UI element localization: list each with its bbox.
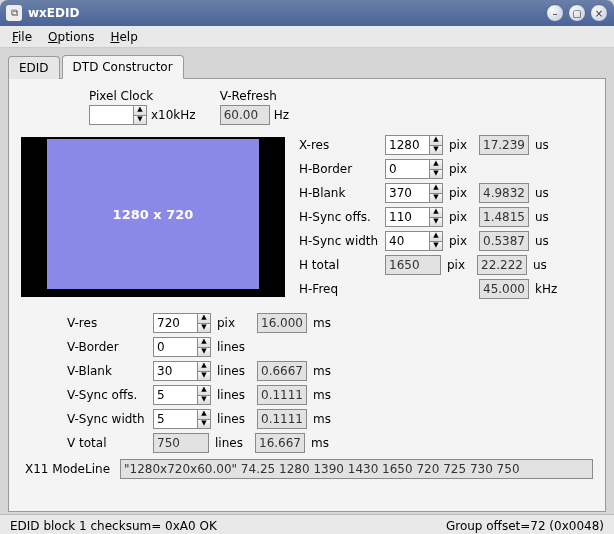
htotal-label: H total (299, 258, 379, 272)
vsyncoffs-spinner[interactable]: ▲▼ (197, 385, 211, 405)
hsyncoffs-input[interactable] (385, 207, 429, 227)
pixel-clock-label: Pixel Clock (89, 89, 196, 103)
status-left: EDID block 1 checksum= 0xA0 OK (10, 519, 217, 533)
hblank-label: H-Blank (299, 186, 379, 200)
pixel-clock-spinner[interactable]: ▲▼ (133, 105, 147, 125)
vrefresh-value (220, 105, 270, 125)
vsyncwidth-spinner[interactable]: ▲▼ (197, 409, 211, 429)
khz-unit: kHz (535, 282, 553, 296)
pixel-clock-input[interactable] (89, 105, 133, 125)
vtotal-value (153, 433, 209, 453)
hblank-input[interactable] (385, 183, 429, 203)
lines-unit: lines (217, 364, 251, 378)
hborder-spinner[interactable]: ▲▼ (429, 159, 443, 179)
us-unit: us (535, 234, 553, 248)
vsyncoffs-label: V-Sync offs. (67, 388, 147, 402)
ms-unit: ms (313, 388, 335, 402)
modeline-label: X11 ModeLine (25, 462, 110, 476)
vres-time (257, 313, 307, 333)
hfreq-label: H-Freq (299, 282, 379, 296)
xres-input[interactable] (385, 135, 429, 155)
pixel-clock-unit: x10kHz (151, 108, 196, 122)
pix-unit: pix (449, 138, 473, 152)
modeline-value[interactable] (120, 459, 593, 479)
vborder-spinner[interactable]: ▲▼ (197, 337, 211, 357)
menubar: File Options Help (0, 26, 614, 48)
hfreq-value (479, 279, 529, 299)
tab-edid[interactable]: EDID (8, 56, 60, 79)
vtotal-label: V total (67, 436, 147, 450)
window-title: wxEDID (28, 6, 542, 20)
ms-unit: ms (313, 364, 335, 378)
vres-label: V-res (67, 316, 147, 330)
ms-unit: ms (313, 412, 335, 426)
hsyncwidth-label: H-Sync width (299, 234, 379, 248)
vblank-label: V-Blank (67, 364, 147, 378)
us-unit: us (535, 186, 553, 200)
titlebar: ⧉ wxEDID – ▢ × (0, 0, 614, 26)
app-icon: ⧉ (6, 5, 22, 21)
vsyncwidth-label: V-Sync width (67, 412, 147, 426)
maximize-button[interactable]: ▢ (568, 4, 586, 22)
hblank-time (479, 183, 529, 203)
pix-unit: pix (449, 162, 473, 176)
status-right: Group offset=72 (0x0048) (446, 519, 604, 533)
vres-spinner[interactable]: ▲▼ (197, 313, 211, 333)
menu-file[interactable]: File (4, 28, 40, 46)
minimize-button[interactable]: – (546, 4, 564, 22)
xres-time (479, 135, 529, 155)
pix-unit: pix (217, 316, 251, 330)
hsyncoffs-spinner[interactable]: ▲▼ (429, 207, 443, 227)
pix-unit: pix (447, 258, 471, 272)
ms-unit: ms (311, 436, 333, 450)
preview-resolution: 1280 x 720 (47, 139, 259, 289)
hsyncoffs-time (479, 207, 529, 227)
us-unit: us (535, 210, 553, 224)
hsyncwidth-spinner[interactable]: ▲▼ (429, 231, 443, 251)
vsyncoffs-time (257, 385, 307, 405)
pix-unit: pix (449, 234, 473, 248)
lines-unit: lines (215, 436, 249, 450)
vrefresh-unit: Hz (274, 108, 289, 122)
menu-options[interactable]: Options (40, 28, 102, 46)
pix-unit: pix (449, 210, 473, 224)
close-button[interactable]: × (590, 4, 608, 22)
xres-label: X-res (299, 138, 379, 152)
vtotal-time (255, 433, 305, 453)
hsyncwidth-time (479, 231, 529, 251)
htotal-time (477, 255, 527, 275)
vblank-spinner[interactable]: ▲▼ (197, 361, 211, 381)
statusbar: EDID block 1 checksum= 0xA0 OK Group off… (0, 514, 614, 534)
hsyncoffs-label: H-Sync offs. (299, 210, 379, 224)
vsyncwidth-time (257, 409, 307, 429)
hborder-input[interactable] (385, 159, 429, 179)
us-unit: us (533, 258, 551, 272)
vsyncoffs-input[interactable] (153, 385, 197, 405)
vborder-input[interactable] (153, 337, 197, 357)
pix-unit: pix (449, 186, 473, 200)
vborder-label: V-Border (67, 340, 147, 354)
htotal-value (385, 255, 441, 275)
vres-input[interactable] (153, 313, 197, 333)
vrefresh-label: V-Refresh (220, 89, 289, 103)
lines-unit: lines (217, 412, 251, 426)
ms-unit: ms (313, 316, 335, 330)
hblank-spinner[interactable]: ▲▼ (429, 183, 443, 203)
preview-box: 1280 x 720 (21, 137, 285, 297)
hsyncwidth-input[interactable] (385, 231, 429, 251)
menu-help[interactable]: Help (102, 28, 145, 46)
tab-bar: EDID DTD Constructor (8, 54, 606, 78)
lines-unit: lines (217, 388, 251, 402)
tab-dtd-constructor[interactable]: DTD Constructor (62, 55, 184, 79)
vblank-input[interactable] (153, 361, 197, 381)
lines-unit: lines (217, 340, 251, 354)
tab-panel: Pixel Clock ▲▼ x10kHz V-Refresh Hz (8, 78, 606, 512)
hborder-label: H-Border (299, 162, 379, 176)
vsyncwidth-input[interactable] (153, 409, 197, 429)
xres-spinner[interactable]: ▲▼ (429, 135, 443, 155)
vblank-time (257, 361, 307, 381)
us-unit: us (535, 138, 553, 152)
